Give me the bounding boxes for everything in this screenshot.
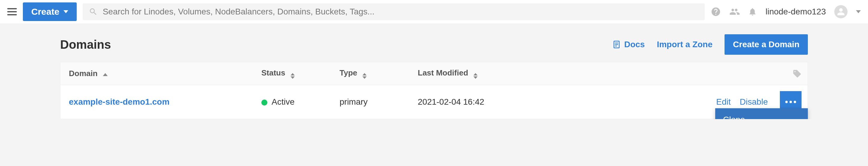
- chevron-down-icon: [63, 10, 68, 13]
- tag-icon: [793, 69, 802, 78]
- docs-label: Docs: [624, 40, 645, 49]
- account-chevron-icon[interactable]: [856, 10, 861, 13]
- sort-icon: [363, 73, 367, 79]
- docs-icon: [612, 39, 621, 49]
- menu-toggle[interactable]: [7, 7, 17, 16]
- table-row: example-site-demo1.com Active primary 20…: [60, 85, 808, 119]
- domain-link[interactable]: example-site-demo1.com: [69, 97, 169, 106]
- domains-table: Domain Status Type Last Modified example…: [60, 62, 808, 119]
- col-header-domain[interactable]: Domain: [60, 63, 253, 84]
- disable-action[interactable]: Disable: [740, 97, 768, 107]
- col-header-status[interactable]: Status: [253, 62, 331, 85]
- import-zone-link[interactable]: Import a Zone: [657, 40, 713, 49]
- col-header-last-modified[interactable]: Last Modified: [409, 62, 560, 85]
- page-title: Domains: [60, 38, 111, 52]
- bell-icon[interactable]: [748, 7, 757, 17]
- community-icon[interactable]: [730, 7, 740, 17]
- row-actions-menu: Clone Delete: [715, 108, 808, 119]
- last-modified-text: 2021-02-04 16:42: [418, 97, 484, 106]
- create-domain-label: Create a Domain: [733, 40, 799, 49]
- edit-action[interactable]: Edit: [716, 97, 731, 107]
- sort-asc-icon: [103, 73, 108, 76]
- menu-item-clone[interactable]: Clone: [715, 108, 808, 119]
- kebab-icon: [785, 101, 796, 103]
- username-label: linode-demo123: [766, 7, 826, 16]
- sort-icon: [473, 73, 477, 79]
- help-icon[interactable]: [711, 7, 721, 17]
- create-domain-button[interactable]: Create a Domain: [724, 34, 808, 55]
- col-header-tags[interactable]: [560, 63, 808, 84]
- search-input[interactable]: [102, 7, 699, 16]
- create-button-label: Create: [31, 7, 59, 17]
- type-text: primary: [340, 97, 368, 106]
- col-header-type[interactable]: Type: [331, 62, 409, 85]
- person-icon: [837, 7, 845, 16]
- create-button[interactable]: Create: [23, 2, 77, 21]
- sort-icon: [290, 73, 295, 79]
- avatar[interactable]: [834, 5, 847, 18]
- status-text: Active: [272, 97, 294, 106]
- docs-link[interactable]: Docs: [612, 39, 645, 49]
- search-container[interactable]: [83, 3, 705, 20]
- status-dot-icon: [261, 100, 268, 105]
- search-icon: [89, 7, 98, 16]
